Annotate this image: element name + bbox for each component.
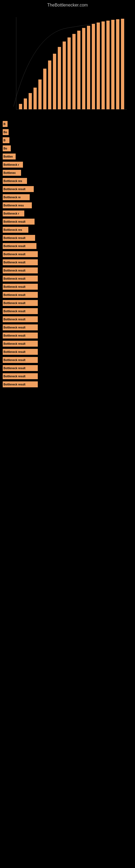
bar-row: Bottleneck result xyxy=(3,372,135,380)
bar-label-text: Bottleneck result xyxy=(3,293,26,297)
bar-row: Bottleneck result xyxy=(3,364,135,372)
result-bar: Bottleneck result xyxy=(3,349,38,355)
bar-row: Bottleneck result xyxy=(3,250,135,258)
bars-section: BBoBBoBottlenBottleneck rBottlenecBottle… xyxy=(0,118,135,392)
svg-rect-19 xyxy=(97,23,100,109)
result-bar: Bottleneck r xyxy=(3,162,23,167)
bar-label-text: Bottleneck result xyxy=(3,383,26,386)
bar-row: Bottleneck result xyxy=(3,348,135,355)
svg-rect-14 xyxy=(72,34,76,109)
svg-rect-21 xyxy=(106,21,109,109)
bar-row: Bo xyxy=(3,128,135,136)
bar-label-text: Bottleneck result xyxy=(3,245,26,248)
bar-row: Bottleneck result xyxy=(3,234,135,242)
bar-label-text: Bo xyxy=(3,131,7,134)
result-bar: Bottleneck re xyxy=(3,194,30,200)
result-bar: Bottleneck result xyxy=(3,308,38,314)
svg-rect-15 xyxy=(77,31,81,109)
result-bar: Bottleneck result xyxy=(3,276,38,282)
result-bar: Bottleneck result xyxy=(3,235,35,241)
svg-rect-4 xyxy=(24,98,27,109)
bar-row: Bottleneck result xyxy=(3,291,135,299)
bar-row: B xyxy=(3,120,135,128)
bar-row: Bottleneck result xyxy=(3,332,135,339)
bar-row: Bottleneck result xyxy=(3,315,135,323)
bar-row: Bottleneck r xyxy=(3,210,135,217)
bar-row: Bottleneck result xyxy=(3,218,135,225)
bar-label-text: Bottleneck result xyxy=(3,188,26,191)
bar-row: Bottleneck result xyxy=(3,258,135,266)
result-bar: Bottlen xyxy=(3,154,16,159)
result-bar: Bottleneck r xyxy=(3,211,24,216)
result-bar: Bottleneck result xyxy=(3,284,38,290)
svg-rect-13 xyxy=(68,37,71,109)
result-bar: Bo xyxy=(3,129,9,135)
result-bar: Bottleneck result xyxy=(3,292,38,298)
result-bar: Bottleneck result xyxy=(3,333,38,339)
svg-rect-22 xyxy=(111,20,115,109)
bar-label-text: Bottleneck result xyxy=(3,253,26,256)
result-bar: Bottleneck result xyxy=(3,341,38,347)
bar-label-text: Bottlen xyxy=(3,155,13,158)
bar-row: Bottleneck r xyxy=(3,161,135,168)
bar-row: Bottlenec xyxy=(3,169,135,177)
bar-label-text: Bo xyxy=(3,147,7,150)
svg-rect-17 xyxy=(87,26,90,109)
bar-label-text: Bottleneck result xyxy=(3,285,26,288)
svg-rect-12 xyxy=(63,41,66,109)
result-bar: Bottleneck result xyxy=(3,324,38,330)
bar-row: Bottleneck result xyxy=(3,267,135,274)
bar-label-text: Bottleneck re xyxy=(3,196,20,199)
chart-area xyxy=(5,12,130,115)
bar-label-text: Bottleneck r xyxy=(3,163,19,166)
bar-label-text: B xyxy=(3,123,5,126)
bar-label-text: Bottleneck result xyxy=(3,350,26,353)
bar-label-text: Bottleneck res xyxy=(3,228,22,231)
bar-label-text: Bottlenec xyxy=(3,172,16,175)
bar-row: Bottleneck re xyxy=(3,193,135,201)
result-bar: Bottleneck res xyxy=(3,178,27,184)
bar-row: Bottleneck result xyxy=(3,307,135,315)
bar-label-text: Bottleneck result xyxy=(3,318,26,321)
result-bar: Bottleneck res xyxy=(3,227,28,233)
bar-label-text: Bottleneck result xyxy=(3,310,26,313)
result-bar: Bottleneck result xyxy=(3,259,38,265)
bar-label-text: Bottleneck result xyxy=(3,326,26,329)
bar-row: Bottleneck result xyxy=(3,356,135,364)
result-bar: Bottleneck resu xyxy=(3,203,32,208)
bar-row: Bottleneck res xyxy=(3,177,135,185)
svg-rect-16 xyxy=(82,28,85,109)
result-bar: Bottleneck result xyxy=(3,381,38,388)
bar-label-text: Bottleneck result xyxy=(3,342,26,345)
result-bar: Bottleneck result xyxy=(3,357,38,363)
result-bar: Bottleneck result xyxy=(3,219,35,225)
bar-label-text: Bottleneck result xyxy=(3,334,26,337)
bar-row: Bottleneck result xyxy=(3,380,135,388)
result-bar: Bottleneck result xyxy=(3,300,38,306)
bar-row: Bottleneck result xyxy=(3,299,135,307)
bar-row: Bottleneck result xyxy=(3,340,135,347)
bar-label-text: B xyxy=(3,139,5,142)
result-bar: Bottleneck result xyxy=(3,251,38,257)
svg-rect-10 xyxy=(53,54,56,109)
result-bar: Bo xyxy=(3,145,11,151)
result-bar: Bottleneck result xyxy=(3,316,38,322)
bar-label-text: Bottleneck result xyxy=(3,302,26,305)
svg-rect-20 xyxy=(101,22,105,109)
bar-row: Bottleneck result xyxy=(3,275,135,282)
result-bar: Bottleneck result xyxy=(3,373,38,379)
svg-rect-8 xyxy=(43,69,46,109)
bar-row: Bottleneck resu xyxy=(3,202,135,209)
bar-label-text: Bottleneck result xyxy=(3,359,26,362)
bar-row: Bottleneck result xyxy=(3,242,135,250)
bar-label-text: Bottleneck res xyxy=(3,180,22,183)
svg-rect-6 xyxy=(34,88,37,109)
bar-row: Bottleneck result xyxy=(3,283,135,290)
result-bar: Bottleneck result xyxy=(3,186,34,192)
bar-row: B xyxy=(3,136,135,144)
bar-label-text: Bottleneck result xyxy=(3,261,26,264)
svg-rect-11 xyxy=(58,47,61,109)
result-bar: B xyxy=(3,121,8,127)
svg-rect-7 xyxy=(38,80,42,109)
result-bar: Bottlenec xyxy=(3,170,21,176)
